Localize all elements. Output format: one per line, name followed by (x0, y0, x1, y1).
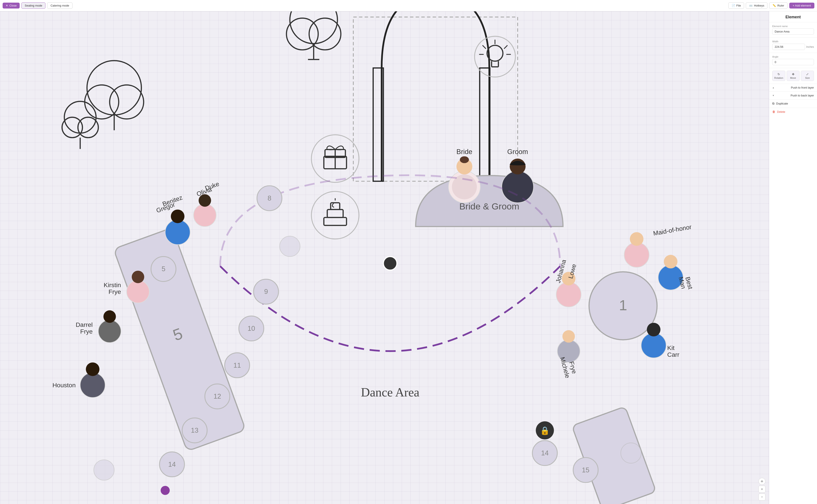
ruler-icon: 📏 (772, 4, 776, 7)
canvas-svg: Bride & Groom Bride (0, 11, 769, 504)
scatter-seat-2 (94, 460, 114, 480)
svg-point-86 (80, 373, 105, 398)
svg-point-46 (624, 242, 649, 267)
duplicate-label: Duplicate (776, 102, 788, 105)
svg-point-74 (193, 204, 216, 226)
svg-text:Kit: Kit (667, 344, 674, 351)
svg-point-58 (647, 323, 661, 336)
tree-small-left (62, 101, 98, 149)
move-label: Move (790, 77, 796, 79)
svg-point-87 (86, 362, 99, 376)
angle-section: Angle (769, 53, 817, 68)
bride-groom-table: Bride & Groom (416, 176, 563, 227)
width-input-row: Inches (772, 44, 814, 50)
catering-mode-label: Catering mode (50, 4, 69, 7)
compass-button[interactable]: ✛ (759, 478, 765, 485)
push-back-header[interactable]: ▼ Push to back layer (769, 92, 817, 99)
svg-text:Houston: Houston (52, 382, 76, 389)
action-buttons: ↻ Rotation ✥ Move ⤢ Size (769, 68, 817, 84)
best-man-figure: Best Man (658, 255, 694, 290)
ruler-label: Ruler (777, 4, 784, 7)
file-button[interactable]: 📄 File (728, 2, 744, 9)
svg-text:9: 9 (264, 288, 268, 295)
rotation-label: Rotation (774, 77, 783, 79)
zoom-in-label: + (761, 487, 763, 491)
svg-rect-31 (324, 218, 346, 225)
zoom-out-label: − (761, 495, 763, 499)
zoom-out-button[interactable]: − (759, 494, 765, 501)
add-element-button[interactable]: + Add element (789, 3, 814, 9)
svg-text:Groom: Groom (507, 148, 528, 156)
push-front-header[interactable]: ▲ Push to front layer (769, 84, 817, 91)
svg-point-83 (103, 310, 116, 323)
seat-14-label: 14 (541, 449, 549, 457)
svg-point-2 (110, 85, 144, 119)
svg-text:10: 10 (247, 325, 255, 332)
seating-mode-label: Seating mode (25, 4, 42, 7)
svg-text:Bride & Groom: Bride & Groom (460, 201, 520, 211)
delete-label: Delete (777, 110, 785, 113)
rotation-button[interactable]: ↻ Rotation (772, 71, 785, 81)
canvas-area[interactable]: Bride & Groom Bride (0, 11, 769, 504)
svg-text:Maid-of-honor: Maid-of-honor (653, 223, 692, 237)
element-name-input[interactable] (772, 28, 814, 35)
seating-mode-button[interactable]: Seating mode (21, 2, 45, 9)
width-input[interactable] (772, 44, 805, 50)
svg-text:13: 13 (191, 427, 198, 434)
add-element-label: + Add element (793, 4, 811, 7)
cake-icon (311, 191, 359, 239)
svg-text:11: 11 (233, 362, 241, 369)
move-button[interactable]: ✥ Move (787, 71, 800, 81)
johanna-lowe-figure: Johanna Lowe (554, 259, 581, 307)
size-label: Size (805, 77, 810, 79)
svg-point-8 (290, 11, 337, 44)
size-icon: ⤢ (806, 72, 809, 76)
svg-text:8: 8 (267, 194, 271, 202)
table-bottom-right (572, 406, 656, 504)
move-icon: ✥ (792, 72, 795, 76)
svg-point-54 (664, 255, 678, 268)
svg-rect-32 (327, 209, 343, 217)
svg-point-0 (87, 61, 141, 115)
svg-point-5 (62, 117, 82, 137)
hotkeys-button[interactable]: ⌨️ Hotkeys (746, 2, 767, 9)
tree-large (85, 61, 144, 130)
svg-rect-33 (330, 203, 340, 209)
toolbar: ✕ Close Seating mode Catering mode 📄 Fil… (0, 0, 817, 11)
svg-text:Duke: Duke (204, 180, 220, 192)
delete-icon: 🗑 (772, 110, 775, 113)
file-label: File (736, 4, 741, 7)
ruler-button[interactable]: 📏 Ruler (769, 2, 787, 9)
zoom-in-button[interactable]: + (759, 486, 765, 493)
element-name-label: Element name (772, 25, 814, 27)
delete-button[interactable]: 🗑 Delete (769, 108, 817, 116)
selection-handle-dance[interactable]: 🔒 (536, 421, 554, 439)
svg-point-1 (85, 85, 119, 119)
push-back-arrow: ▼ (772, 94, 774, 97)
table-5: 5 (113, 228, 246, 451)
width-section: Width Inches (769, 38, 817, 53)
svg-point-47 (630, 232, 643, 246)
svg-text:Lowe: Lowe (567, 263, 578, 279)
maid-of-honor-figure: Maid-of-honor (624, 223, 692, 267)
bride-figure: Bride (449, 148, 480, 203)
zoom-controls: ✛ + − (759, 478, 765, 501)
size-button[interactable]: ⤢ Size (801, 71, 814, 81)
angle-input[interactable] (772, 59, 814, 65)
svg-point-78 (127, 280, 149, 303)
catering-mode-button[interactable]: Catering mode (47, 2, 72, 9)
close-icon: ✕ (6, 4, 8, 7)
tree-top-center (286, 11, 341, 60)
rotation-icon: ↻ (777, 72, 780, 76)
close-button[interactable]: ✕ Close (3, 3, 20, 9)
push-back-section: ▼ Push to back layer (769, 92, 817, 99)
olivia-duke-figure: Olivia Duke (193, 180, 220, 226)
svg-text:5: 5 (162, 265, 165, 273)
scatter-seat-3 (621, 443, 641, 463)
lightbulb-icon (475, 36, 516, 77)
svg-point-70 (165, 220, 190, 245)
duplicate-button[interactable]: ⧉ Duplicate (769, 99, 817, 108)
svg-text:Darrel: Darrel (76, 321, 93, 328)
michele-frye-figure: Michele Frye (558, 330, 580, 379)
svg-point-62 (563, 330, 575, 343)
